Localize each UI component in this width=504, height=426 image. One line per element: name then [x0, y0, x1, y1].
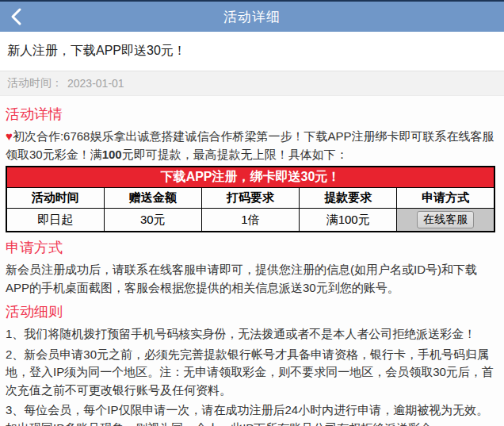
- col-header-time: 活动时间: [6, 188, 104, 209]
- rule-item: 2、新会员申请30元之前，必须先完善提款银行帐号才具备申请资格，银行卡，手机号码…: [6, 346, 498, 400]
- promo-title: 新人注册，下载APP即送30元！: [7, 43, 186, 59]
- cell-apply: 在线客服: [397, 209, 494, 232]
- activity-time-bar: 活动时间： 2023-01-01: [0, 71, 504, 96]
- section-heading-rules: 活动细则: [6, 302, 498, 321]
- activity-time-label: 活动时间：: [7, 76, 63, 90]
- col-header-withdraw: 提款要求: [300, 188, 397, 209]
- back-button[interactable]: [5, 6, 27, 28]
- heart-icon: ♥: [6, 129, 13, 143]
- details-intro-paragraph: ♥初次合作:6768娱乐拿出诚意搭建诚信合作桥梁第一步！下载APP注册绑卡即可联…: [6, 128, 498, 163]
- page-title: 活动详细: [223, 8, 281, 26]
- col-header-amount: 赠送金额: [104, 188, 201, 209]
- table-row: 即日起 30元 1倍 满100元 在线客服: [6, 209, 494, 232]
- section-heading-apply: 申请方式: [6, 238, 498, 257]
- apply-paragraph: 新会员注册成功后，请联系在线客服申请即可，提供您注册的信息(如用户名或ID号)和…: [6, 261, 498, 297]
- promo-table: 下载APP注册，绑卡即送30元！ 活动时间 赠送金额 打码要求 提款要求 申请方…: [6, 166, 495, 232]
- table-header-row: 活动时间 赠送金额 打码要求 提款要求 申请方式: [6, 188, 494, 209]
- cell-wager: 1倍: [201, 209, 299, 232]
- chevron-left-icon: [10, 7, 22, 26]
- col-header-wager: 打码要求: [201, 188, 299, 209]
- intro-segment-bold: 100: [102, 148, 122, 161]
- cell-time: 即日起: [6, 209, 104, 232]
- promo-title-section: 新人注册，下载APP即送30元！: [0, 32, 504, 71]
- cell-withdraw: 满100元: [300, 209, 397, 232]
- section-heading-details: 活动详情: [6, 105, 498, 124]
- table-banner-row: 下载APP注册，绑卡即送30元！: [6, 167, 494, 188]
- intro-segment: 元即可提款，最高提款无上限！具体如下：: [122, 148, 348, 161]
- col-header-apply: 申请方式: [397, 188, 494, 209]
- table-banner: 下载APP注册，绑卡即送30元！: [6, 167, 494, 188]
- cell-amount: 30元: [104, 209, 201, 232]
- header-bar: 活动详细: [0, 0, 504, 32]
- content-area: 活动详情 ♥初次合作:6768娱乐拿出诚意搭建诚信合作桥梁第一步！下载APP注册…: [0, 96, 504, 426]
- rule-item: 1、我们将随机拨打预留手机号码核实身份，无法拨通或者不是本人者公司拒绝派送彩金！: [6, 325, 498, 343]
- activity-time-value: 2023-01-01: [67, 77, 124, 90]
- online-service-button[interactable]: 在线客服: [417, 211, 474, 228]
- rule-item: 3、每位会员，每个IP仅限申请一次，请在成功注册后24小时内进行申请，逾期被视为…: [6, 401, 498, 426]
